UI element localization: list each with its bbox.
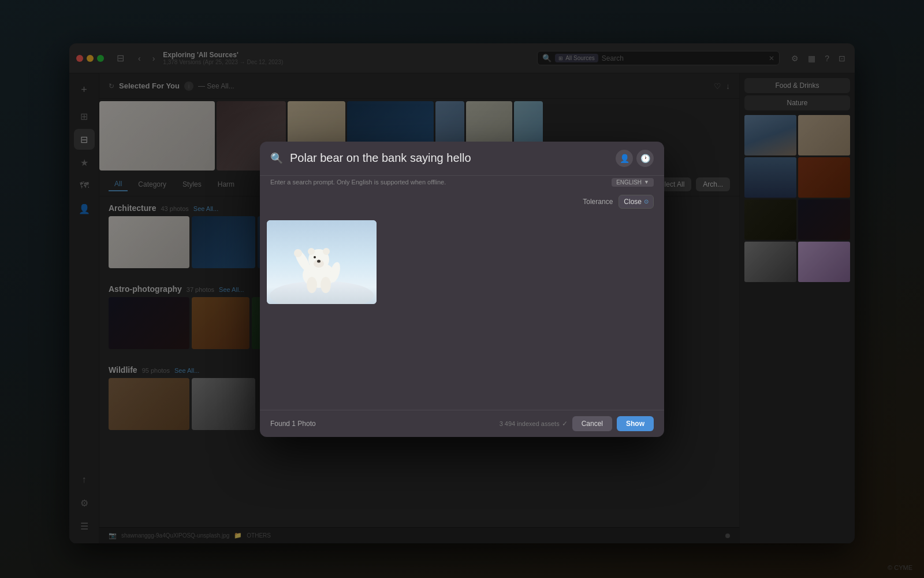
- indexed-count: 3 494 indexed assets: [500, 420, 560, 427]
- tolerance-value: Close: [624, 198, 642, 206]
- tolerance-chevron-icon: ⊙: [644, 198, 649, 205]
- modal-search-icon: 🔍: [270, 152, 283, 165]
- svg-point-13: [294, 249, 302, 257]
- modal-footer: Found 1 Photo 3 494 indexed assets ✓ Can…: [260, 410, 664, 437]
- tolerance-label: Tolerance: [583, 198, 613, 206]
- found-text: Found 1 Photo: [270, 420, 316, 428]
- modal-search-actions: 👤 🕐: [616, 150, 654, 167]
- modal-cancel-button[interactable]: Cancel: [572, 416, 612, 431]
- svg-point-5: [317, 260, 321, 262]
- modal-results-area: [260, 213, 664, 410]
- result-photo-polar-bear[interactable]: [267, 220, 377, 304]
- modal-hint-text: Enter a search prompt. Only English is s…: [270, 179, 446, 186]
- modal-face-button[interactable]: 👤: [616, 150, 633, 167]
- svg-point-8: [323, 248, 330, 255]
- lang-label: ENGLISH: [616, 179, 642, 186]
- tolerance-select[interactable]: Close ⊙: [619, 195, 654, 209]
- svg-point-11: [307, 277, 317, 293]
- modal-clock-button[interactable]: 🕐: [636, 150, 654, 167]
- search-modal: 🔍 👤 🕐 Enter a search prompt. Only Englis…: [260, 142, 664, 437]
- modal-overlay[interactable]: 🔍 👤 🕐 Enter a search prompt. Only Englis…: [0, 0, 924, 578]
- svg-point-12: [321, 277, 331, 293]
- svg-point-6: [314, 256, 316, 258]
- modal-lang-badge[interactable]: ENGLISH ▼: [612, 178, 654, 187]
- modal-hint: Enter a search prompt. Only English is s…: [260, 176, 664, 191]
- modal-show-button[interactable]: Show: [617, 416, 654, 431]
- svg-point-7: [308, 248, 315, 255]
- indexed-icon: ✓: [562, 420, 568, 428]
- modal-search-bar: 🔍 👤 🕐: [260, 142, 664, 176]
- indexed-assets: 3 494 indexed assets ✓: [500, 420, 568, 428]
- lang-chevron-icon: ▼: [644, 179, 649, 185]
- modal-search-input[interactable]: [290, 151, 609, 165]
- modal-tolerance: Tolerance Close ⊙: [260, 191, 664, 213]
